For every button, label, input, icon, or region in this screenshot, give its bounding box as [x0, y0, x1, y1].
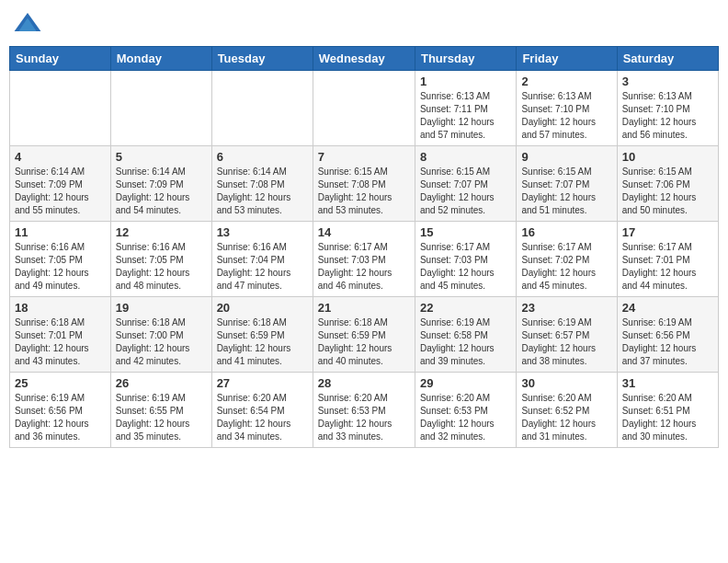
day-info: Sunrise: 6:19 AM Sunset: 6:58 PM Dayligh… [420, 316, 511, 368]
logo-icon [13, 9, 42, 39]
calendar-cell: 28Sunrise: 6:20 AM Sunset: 6:53 PM Dayli… [313, 373, 415, 448]
calendar-week-row: 1Sunrise: 6:13 AM Sunset: 7:11 PM Daylig… [10, 71, 719, 146]
day-number: 31 [622, 376, 713, 390]
day-number: 14 [318, 225, 410, 239]
calendar-cell: 21Sunrise: 6:18 AM Sunset: 6:59 PM Dayli… [313, 297, 415, 373]
day-number: 18 [15, 301, 106, 315]
day-info: Sunrise: 6:18 AM Sunset: 7:00 PM Dayligh… [116, 316, 207, 368]
calendar-cell: 17Sunrise: 6:17 AM Sunset: 7:01 PM Dayli… [617, 222, 718, 297]
day-info: Sunrise: 6:20 AM Sunset: 6:53 PM Dayligh… [318, 392, 410, 443]
calendar-cell [211, 71, 313, 146]
day-info: Sunrise: 6:14 AM Sunset: 7:09 PM Dayligh… [15, 166, 106, 217]
day-number: 23 [521, 301, 611, 315]
calendar-header-row: SundayMondayTuesdayWednesdayThursdayFrid… [10, 47, 719, 71]
day-info: Sunrise: 6:17 AM Sunset: 7:02 PM Dayligh… [521, 241, 611, 293]
day-info: Sunrise: 6:18 AM Sunset: 6:59 PM Dayligh… [217, 316, 308, 368]
calendar-cell: 4Sunrise: 6:14 AM Sunset: 7:09 PM Daylig… [10, 146, 111, 222]
day-header-wednesday: Wednesday [313, 47, 415, 71]
day-info: Sunrise: 6:14 AM Sunset: 7:09 PM Dayligh… [116, 166, 207, 217]
day-number: 7 [318, 150, 410, 164]
day-number: 5 [116, 150, 207, 164]
calendar-cell: 8Sunrise: 6:15 AM Sunset: 7:07 PM Daylig… [415, 146, 516, 222]
day-info: Sunrise: 6:15 AM Sunset: 7:07 PM Dayligh… [521, 166, 611, 217]
calendar-cell: 11Sunrise: 6:16 AM Sunset: 7:05 PM Dayli… [10, 222, 111, 297]
day-info: Sunrise: 6:13 AM Sunset: 7:10 PM Dayligh… [521, 90, 611, 142]
day-number: 11 [15, 225, 106, 239]
day-info: Sunrise: 6:18 AM Sunset: 7:01 PM Dayligh… [15, 316, 106, 368]
day-info: Sunrise: 6:15 AM Sunset: 7:06 PM Dayligh… [622, 166, 713, 217]
day-number: 6 [217, 150, 308, 164]
day-info: Sunrise: 6:19 AM Sunset: 6:57 PM Dayligh… [521, 316, 611, 368]
day-header-sunday: Sunday [10, 47, 111, 71]
day-info: Sunrise: 6:13 AM Sunset: 7:11 PM Dayligh… [420, 90, 511, 142]
day-number: 8 [420, 150, 511, 164]
calendar-table: SundayMondayTuesdayWednesdayThursdayFrid… [9, 46, 719, 448]
calendar-cell: 30Sunrise: 6:20 AM Sunset: 6:52 PM Dayli… [517, 373, 617, 448]
day-header-monday: Monday [110, 47, 211, 71]
calendar-cell: 29Sunrise: 6:20 AM Sunset: 6:53 PM Dayli… [415, 373, 516, 448]
day-info: Sunrise: 6:19 AM Sunset: 6:55 PM Dayligh… [116, 392, 207, 443]
calendar-cell: 18Sunrise: 6:18 AM Sunset: 7:01 PM Dayli… [10, 297, 111, 373]
day-number: 19 [116, 301, 207, 315]
day-number: 26 [116, 376, 207, 390]
day-info: Sunrise: 6:20 AM Sunset: 6:53 PM Dayligh… [420, 392, 511, 443]
calendar-cell [10, 71, 111, 146]
day-header-saturday: Saturday [617, 47, 718, 71]
day-number: 24 [622, 301, 713, 315]
day-info: Sunrise: 6:19 AM Sunset: 6:56 PM Dayligh… [622, 316, 713, 368]
calendar-cell: 6Sunrise: 6:14 AM Sunset: 7:08 PM Daylig… [211, 146, 313, 222]
calendar-cell: 26Sunrise: 6:19 AM Sunset: 6:55 PM Dayli… [110, 373, 211, 448]
calendar-cell: 3Sunrise: 6:13 AM Sunset: 7:10 PM Daylig… [617, 71, 718, 146]
day-number: 10 [622, 150, 713, 164]
day-number: 3 [622, 75, 713, 88]
day-number: 29 [420, 376, 511, 390]
day-number: 13 [217, 225, 308, 239]
day-info: Sunrise: 6:17 AM Sunset: 7:03 PM Dayligh… [420, 241, 511, 293]
day-info: Sunrise: 6:16 AM Sunset: 7:05 PM Dayligh… [15, 241, 106, 293]
day-number: 1 [420, 75, 511, 88]
day-info: Sunrise: 6:17 AM Sunset: 7:01 PM Dayligh… [622, 241, 713, 293]
day-number: 21 [318, 301, 410, 315]
calendar-cell: 27Sunrise: 6:20 AM Sunset: 6:54 PM Dayli… [211, 373, 313, 448]
calendar-cell: 14Sunrise: 6:17 AM Sunset: 7:03 PM Dayli… [313, 222, 415, 297]
day-info: Sunrise: 6:16 AM Sunset: 7:05 PM Dayligh… [116, 241, 207, 293]
calendar-cell: 2Sunrise: 6:13 AM Sunset: 7:10 PM Daylig… [517, 71, 617, 146]
calendar-cell: 31Sunrise: 6:20 AM Sunset: 6:51 PM Dayli… [617, 373, 718, 448]
calendar-week-row: 18Sunrise: 6:18 AM Sunset: 7:01 PM Dayli… [10, 297, 719, 373]
day-number: 17 [622, 225, 713, 239]
day-info: Sunrise: 6:20 AM Sunset: 6:54 PM Dayligh… [217, 392, 308, 443]
page-header [9, 9, 719, 39]
day-info: Sunrise: 6:19 AM Sunset: 6:56 PM Dayligh… [15, 392, 106, 443]
day-number: 2 [521, 75, 611, 88]
calendar-week-row: 25Sunrise: 6:19 AM Sunset: 6:56 PM Dayli… [10, 373, 719, 448]
calendar-cell: 1Sunrise: 6:13 AM Sunset: 7:11 PM Daylig… [415, 71, 516, 146]
day-info: Sunrise: 6:17 AM Sunset: 7:03 PM Dayligh… [318, 241, 410, 293]
day-number: 12 [116, 225, 207, 239]
day-header-tuesday: Tuesday [211, 47, 313, 71]
calendar-cell: 16Sunrise: 6:17 AM Sunset: 7:02 PM Dayli… [517, 222, 617, 297]
day-header-thursday: Thursday [415, 47, 516, 71]
day-number: 27 [217, 376, 308, 390]
day-number: 25 [15, 376, 106, 390]
day-number: 4 [15, 150, 106, 164]
calendar-cell: 15Sunrise: 6:17 AM Sunset: 7:03 PM Dayli… [415, 222, 516, 297]
calendar-week-row: 4Sunrise: 6:14 AM Sunset: 7:09 PM Daylig… [10, 146, 719, 222]
day-number: 9 [521, 150, 611, 164]
calendar-cell [313, 71, 415, 146]
day-number: 30 [521, 376, 611, 390]
day-info: Sunrise: 6:13 AM Sunset: 7:10 PM Dayligh… [622, 90, 713, 142]
calendar-cell: 13Sunrise: 6:16 AM Sunset: 7:04 PM Dayli… [211, 222, 313, 297]
calendar-week-row: 11Sunrise: 6:16 AM Sunset: 7:05 PM Dayli… [10, 222, 719, 297]
calendar-cell: 10Sunrise: 6:15 AM Sunset: 7:06 PM Dayli… [617, 146, 718, 222]
logo [13, 9, 46, 39]
day-number: 20 [217, 301, 308, 315]
calendar-cell: 9Sunrise: 6:15 AM Sunset: 7:07 PM Daylig… [517, 146, 617, 222]
day-info: Sunrise: 6:15 AM Sunset: 7:08 PM Dayligh… [318, 166, 410, 217]
day-info: Sunrise: 6:20 AM Sunset: 6:51 PM Dayligh… [622, 392, 713, 443]
day-number: 15 [420, 225, 511, 239]
calendar-cell: 25Sunrise: 6:19 AM Sunset: 6:56 PM Dayli… [10, 373, 111, 448]
calendar-cell: 5Sunrise: 6:14 AM Sunset: 7:09 PM Daylig… [110, 146, 211, 222]
day-info: Sunrise: 6:18 AM Sunset: 6:59 PM Dayligh… [318, 316, 410, 368]
calendar-cell: 19Sunrise: 6:18 AM Sunset: 7:00 PM Dayli… [110, 297, 211, 373]
day-info: Sunrise: 6:16 AM Sunset: 7:04 PM Dayligh… [217, 241, 308, 293]
